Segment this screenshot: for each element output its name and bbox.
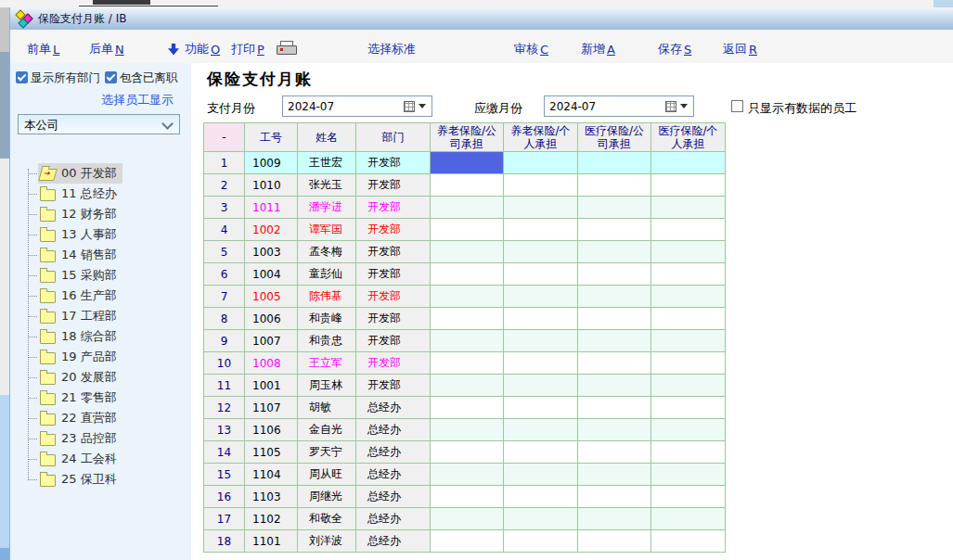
toolbar-audit-button[interactable]: 审核C	[514, 41, 548, 57]
tree-item-20[interactable]: 20 发展部	[19, 367, 187, 388]
employee-id-cell[interactable]: 1007	[245, 330, 298, 352]
value-cell[interactable]	[504, 508, 578, 530]
pay-month-dropdown[interactable]: 2024-07	[282, 95, 432, 117]
value-cell[interactable]	[578, 330, 651, 352]
tree-item-13[interactable]: 13 人事部	[19, 224, 187, 245]
value-cell[interactable]	[504, 241, 578, 263]
employee-name-cell[interactable]: 胡敏	[298, 397, 356, 419]
value-cell[interactable]	[651, 530, 726, 553]
value-cell[interactable]	[651, 308, 726, 330]
department-cell[interactable]: 开发部	[356, 219, 431, 241]
value-cell[interactable]	[578, 197, 651, 219]
employee-id-cell[interactable]: 1008	[245, 352, 298, 375]
row-number-cell[interactable]: 13	[204, 419, 245, 441]
employee-id-cell[interactable]: 1003	[245, 241, 298, 263]
value-cell[interactable]	[578, 308, 651, 330]
row-number-cell[interactable]: 7	[204, 286, 245, 308]
tree-item-16[interactable]: 16 生产部	[19, 286, 187, 306]
value-cell[interactable]	[431, 308, 504, 330]
value-cell[interactable]	[578, 419, 651, 441]
employee-id-cell[interactable]: 1001	[245, 375, 298, 397]
department-cell[interactable]: 开发部	[356, 286, 431, 308]
employee-name-cell[interactable]: 和敬全	[298, 508, 356, 530]
department-cell[interactable]: 开发部	[356, 174, 431, 197]
value-cell[interactable]	[578, 486, 651, 508]
value-cell[interactable]	[578, 375, 651, 397]
employee-name-cell[interactable]: 周从旺	[298, 464, 356, 486]
employee-name-cell[interactable]: 罗天宁	[298, 441, 356, 464]
row-number-cell[interactable]: 9	[204, 330, 245, 352]
employee-id-cell[interactable]: 1104	[245, 464, 298, 486]
employee-name-cell[interactable]: 和贵峰	[298, 308, 356, 330]
department-cell[interactable]: 开发部	[356, 330, 431, 352]
value-cell[interactable]	[651, 197, 726, 219]
value-cell[interactable]	[578, 263, 651, 286]
tree-item-14[interactable]: 14 销售部	[19, 245, 187, 265]
tree-item-21[interactable]: 21 零售部	[19, 388, 187, 408]
value-cell[interactable]	[578, 352, 651, 375]
company-dropdown[interactable]: 本公司	[18, 114, 180, 134]
toolbar-print-button[interactable]: 打印P	[231, 41, 264, 57]
value-cell[interactable]	[504, 219, 578, 241]
value-cell[interactable]	[651, 464, 726, 486]
department-cell[interactable]: 开发部	[356, 352, 431, 375]
value-cell[interactable]	[578, 441, 651, 464]
department-cell[interactable]: 总经办	[356, 486, 431, 508]
employee-id-cell[interactable]: 1006	[245, 308, 298, 330]
row-number-cell[interactable]: 18	[204, 530, 245, 553]
employee-id-cell[interactable]: 1102	[245, 508, 298, 530]
employee-id-cell[interactable]: 1005	[245, 286, 298, 308]
chevron-down-icon[interactable]	[161, 118, 174, 130]
value-cell[interactable]	[578, 508, 651, 530]
row-number-cell[interactable]: 6	[204, 263, 245, 286]
value-cell[interactable]	[431, 441, 504, 464]
value-cell[interactable]	[651, 419, 726, 441]
value-cell[interactable]	[651, 397, 726, 419]
department-cell[interactable]: 总经办	[356, 419, 431, 441]
department-cell[interactable]: 开发部	[356, 241, 431, 263]
row-number-cell[interactable]: 4	[204, 219, 245, 241]
value-cell[interactable]	[651, 263, 726, 286]
value-cell[interactable]	[504, 464, 578, 486]
tree-item-17[interactable]: 17 工程部	[19, 306, 187, 326]
tree-item-18[interactable]: 18 综合部	[19, 326, 187, 347]
row-number-cell[interactable]: 5	[204, 241, 245, 263]
value-cell[interactable]	[431, 197, 504, 219]
employee-id-cell[interactable]: 1009	[245, 152, 298, 174]
employee-name-cell[interactable]: 王立军	[298, 352, 356, 375]
value-cell[interactable]	[431, 397, 504, 419]
tree-item-15[interactable]: 15 采购部	[19, 265, 187, 286]
employee-id-cell[interactable]: 1103	[245, 486, 298, 508]
value-cell[interactable]	[651, 486, 726, 508]
employee-name-cell[interactable]: 张光玉	[298, 174, 356, 197]
value-cell[interactable]	[578, 286, 651, 308]
value-cell[interactable]	[431, 241, 504, 263]
value-cell[interactable]	[651, 375, 726, 397]
row-number-cell[interactable]: 10	[204, 352, 245, 375]
value-cell[interactable]	[504, 174, 578, 197]
value-cell[interactable]	[504, 152, 578, 174]
value-cell[interactable]	[504, 197, 578, 219]
value-cell[interactable]	[578, 397, 651, 419]
row-number-cell[interactable]: 12	[204, 397, 245, 419]
toolbar-select-criteria-button[interactable]: 选择标准	[367, 41, 416, 57]
tree-item-22[interactable]: 22 直营部	[19, 408, 187, 428]
select-employee-display-link[interactable]: 选择员工显示	[101, 92, 174, 108]
department-cell[interactable]: 开发部	[356, 308, 431, 330]
value-cell[interactable]	[431, 486, 504, 508]
value-cell[interactable]	[431, 508, 504, 530]
tree-item-23[interactable]: 23 品控部	[19, 428, 187, 449]
value-cell[interactable]	[578, 152, 651, 174]
due-month-calendar-button[interactable]	[662, 98, 691, 114]
employee-name-cell[interactable]: 刘洋波	[298, 530, 356, 553]
pay-month-calendar-button[interactable]	[400, 98, 430, 114]
department-cell[interactable]: 开发部	[356, 152, 431, 174]
row-number-cell[interactable]: 11	[204, 375, 245, 397]
toolbar-next-doc-button[interactable]: 后单N	[89, 41, 124, 57]
show-all-departments-checkbox[interactable]	[16, 71, 28, 83]
value-cell[interactable]	[651, 508, 726, 530]
toolbar-back-button[interactable]: 返回R	[723, 41, 757, 57]
value-cell[interactable]	[651, 441, 726, 464]
value-cell[interactable]	[651, 330, 726, 352]
value-cell[interactable]	[504, 375, 578, 397]
